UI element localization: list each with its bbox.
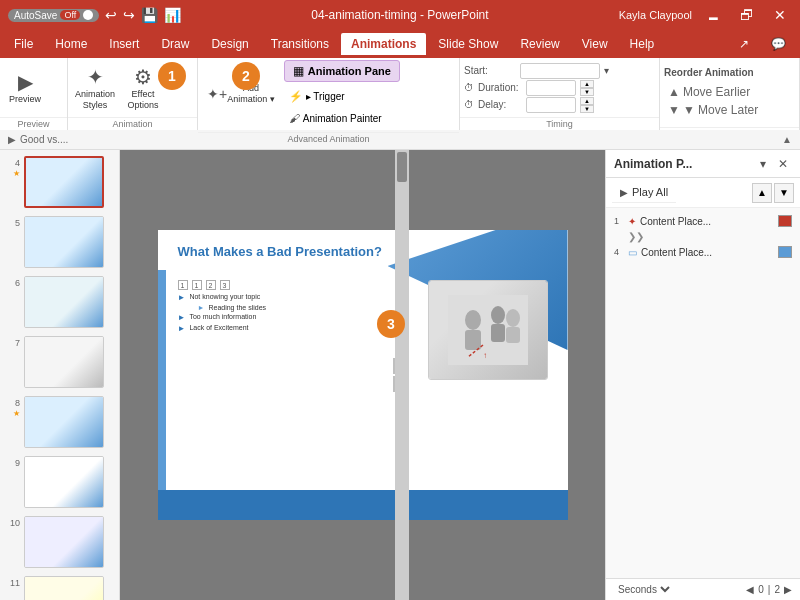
menu-home[interactable]: Home [45, 33, 97, 55]
duration-input[interactable] [526, 80, 576, 96]
slide-thumb-8[interactable]: 8 ★ [4, 394, 115, 450]
undo-icon[interactable]: ↩ [105, 7, 117, 23]
time-val-0: 0 [758, 584, 764, 595]
reorder-title: Reorder Animation [664, 67, 754, 78]
slide-thumbnail-9[interactable] [24, 456, 104, 508]
slide-thumb-5[interactable]: 5 [4, 214, 115, 270]
slide-thumb-10[interactable]: 10 [4, 514, 115, 570]
presentation-icon[interactable]: 📊 [164, 7, 181, 23]
animation-painter-button[interactable]: 🖌 Animation Painter [284, 108, 400, 128]
duration-up[interactable]: ▲ [580, 80, 594, 88]
share-icon[interactable]: ↗ [729, 33, 759, 55]
slide-section-label: ▶ Good vs.... [8, 134, 68, 145]
move-earlier-button[interactable]: ▲ Move Earlier [664, 84, 754, 100]
slide-thumbnail-8[interactable] [24, 396, 104, 448]
canvas-vertical-scrollbar[interactable] [395, 150, 409, 600]
anim-nav-up[interactable]: ▲ [752, 183, 772, 203]
ribbon-group-timing-content: Start: ▾ ⏱ Duration: ▲ ▼ ⏱ Delay: [460, 58, 659, 117]
scrollbar-thumb[interactable] [397, 152, 407, 182]
slide-item-1-text: Not knowing your topic [189, 293, 260, 300]
slide-item-2-text: Reading the slides [208, 304, 266, 311]
anim-item-1[interactable]: 1 ✦ Content Place... [610, 212, 796, 230]
anim-item-4[interactable]: 4 ▭ Content Place... [610, 243, 796, 261]
menu-view[interactable]: View [572, 33, 618, 55]
slide-thumbnail-6[interactable] [24, 276, 104, 328]
save-icon[interactable]: 💾 [141, 7, 158, 23]
animation-panel-close[interactable]: ✕ [774, 155, 792, 173]
maximize-button[interactable]: 🗗 [734, 5, 760, 25]
menu-design[interactable]: Design [201, 33, 258, 55]
animation-panel-menu[interactable]: ▾ [754, 155, 772, 173]
menu-animations[interactable]: Animations [341, 33, 426, 55]
duration-spin: ▲ ▼ [580, 80, 594, 96]
slide-thumbnail-5[interactable] [24, 216, 104, 268]
delay-input[interactable] [526, 97, 576, 113]
animation-panel: Animation P... ▾ ✕ ▶ Play All ▲ ▼ 1 ✦ Co… [605, 150, 800, 600]
slide-thumb-6[interactable]: 6 [4, 274, 115, 330]
anim-nav-down[interactable]: ▼ [774, 183, 794, 203]
menu-review[interactable]: Review [510, 33, 569, 55]
preview-button[interactable]: ▶ Preview [4, 67, 46, 108]
slide-photo-svg: ↑ [448, 295, 528, 365]
preview-group-label: Preview [0, 117, 67, 130]
slide-thumbnail-11[interactable] [24, 576, 104, 600]
svg-rect-6 [506, 327, 520, 343]
animation-pane-button[interactable]: ▦ Animation Pane [284, 60, 400, 82]
duration-row: ⏱ Duration: ▲ ▼ [464, 80, 609, 96]
menu-bar: File Home Insert Draw Design Transitions… [0, 30, 800, 58]
animation-panel-header: Animation P... ▾ ✕ [606, 150, 800, 178]
seconds-select[interactable]: Seconds [614, 583, 673, 596]
title-bar: AutoSave Off ↩ ↪ 💾 📊 04-animation-timing… [0, 0, 800, 30]
start-row: Start: ▾ [464, 63, 609, 79]
anim-item-4-color [778, 246, 792, 258]
slide-thumbnail-4[interactable] [24, 156, 104, 208]
anim-item-4-num: 4 [614, 247, 624, 257]
section-header-expand[interactable]: ▲ [782, 134, 792, 145]
autosave-label: AutoSave [14, 10, 57, 21]
autosave-toggle[interactable]: AutoSave Off [8, 9, 99, 22]
menu-slideshow[interactable]: Slide Show [428, 33, 508, 55]
menu-insert[interactable]: Insert [99, 33, 149, 55]
time-next-btn[interactable]: ▶ [784, 584, 792, 595]
animation-styles-button[interactable]: ✦ AnimationStyles [72, 62, 118, 114]
delay-down[interactable]: ▼ [580, 105, 594, 113]
animation-items-list: 1 ✦ Content Place... ❯❯ 4 ▭ Content Plac… [606, 208, 800, 578]
slide-thumbnail-7[interactable] [24, 336, 104, 388]
svg-point-3 [491, 306, 505, 324]
anim-expand-row[interactable]: ❯❯ [610, 230, 796, 243]
delay-label: Delay: [478, 99, 522, 110]
time-prev-btn[interactable]: ◀ [746, 584, 754, 595]
slide-thumbnail-10[interactable] [24, 516, 104, 568]
slide-item-3-text: Too much information [189, 313, 256, 320]
ribbon-group-preview: ▶ Preview Preview [0, 58, 68, 130]
slide-num-10: 10 [6, 516, 20, 528]
slide-thumb-11[interactable]: 11 [4, 574, 115, 600]
duration-down[interactable]: ▼ [580, 88, 594, 96]
trigger-button[interactable]: ⚡ ▸ Trigger [284, 86, 400, 106]
slide-image[interactable]: ↑ [428, 280, 548, 380]
start-chevron[interactable]: ▾ [604, 65, 609, 76]
canvas-area[interactable]: What Makes a Bad Presentation? 1 1 2 3 ►… [120, 150, 605, 600]
delay-up[interactable]: ▲ [580, 97, 594, 105]
preview-label: Preview [9, 94, 41, 105]
move-later-button[interactable]: ▼ ▼ Move Later [664, 102, 762, 118]
comment-icon[interactable]: 💬 [761, 33, 796, 55]
slide-num-7: 7 [6, 336, 20, 348]
menu-help[interactable]: Help [620, 33, 665, 55]
animation-styles-label: AnimationStyles [75, 89, 115, 111]
menu-transitions[interactable]: Transitions [261, 33, 339, 55]
time-val-2: 2 [774, 584, 780, 595]
start-input[interactable] [520, 63, 600, 79]
slide-thumb-9[interactable]: 9 [4, 454, 115, 510]
slide-star-4: ★ [13, 169, 20, 178]
menu-file[interactable]: File [4, 33, 43, 55]
window-title: 04-animation-timing - PowerPoint [181, 8, 618, 22]
redo-icon[interactable]: ↪ [123, 7, 135, 23]
play-all-button[interactable]: ▶ Play All [612, 182, 676, 203]
slide-thumb-4[interactable]: 4 ★ [4, 154, 115, 210]
minimize-button[interactable]: 🗕 [700, 5, 726, 25]
close-button[interactable]: ✕ [768, 5, 792, 25]
slide-thumb-7[interactable]: 7 [4, 334, 115, 390]
timing-group-label: Timing [460, 117, 659, 130]
menu-draw[interactable]: Draw [151, 33, 199, 55]
